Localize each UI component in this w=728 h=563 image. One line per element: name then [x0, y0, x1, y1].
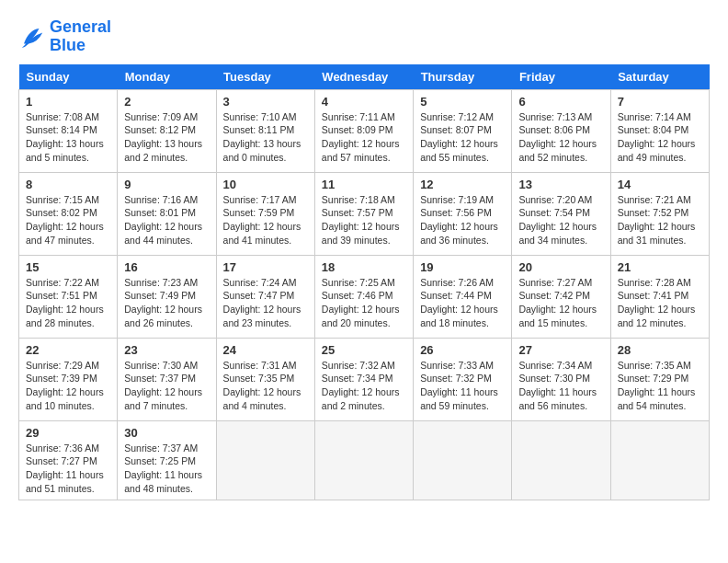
- calendar-cell: 12Sunrise: 7:19 AM Sunset: 7:56 PM Dayli…: [414, 172, 512, 255]
- day-number: 27: [518, 343, 603, 357]
- day-info: Sunrise: 7:12 AM Sunset: 8:07 PM Dayligh…: [420, 110, 505, 165]
- day-info: Sunrise: 7:10 AM Sunset: 8:11 PM Dayligh…: [223, 110, 308, 165]
- calendar-table: SundayMondayTuesdayWednesdayThursdayFrid…: [18, 64, 710, 501]
- weekday-header-sunday: Sunday: [19, 64, 118, 90]
- day-number: 20: [518, 260, 603, 274]
- calendar-cell: 14Sunrise: 7:21 AM Sunset: 7:52 PM Dayli…: [610, 172, 709, 255]
- calendar-cell: 6Sunrise: 7:13 AM Sunset: 8:06 PM Daylig…: [512, 89, 610, 172]
- day-info: Sunrise: 7:30 AM Sunset: 7:37 PM Dayligh…: [124, 359, 209, 413]
- day-number: 13: [518, 178, 603, 191]
- weekday-header-wednesday: Wednesday: [314, 64, 413, 90]
- day-info: Sunrise: 7:28 AM Sunset: 7:41 PM Dayligh…: [618, 276, 702, 330]
- calendar-week-4: 22Sunrise: 7:29 AM Sunset: 7:39 PM Dayli…: [19, 338, 710, 420]
- page-header: General Blue: [18, 18, 710, 55]
- day-info: Sunrise: 7:16 AM Sunset: 8:01 PM Dayligh…: [124, 193, 209, 247]
- day-info: Sunrise: 7:09 AM Sunset: 8:12 PM Dayligh…: [124, 110, 209, 165]
- day-info: Sunrise: 7:17 AM Sunset: 7:59 PM Dayligh…: [223, 193, 308, 247]
- calendar-cell: 23Sunrise: 7:30 AM Sunset: 7:37 PM Dayli…: [118, 338, 216, 420]
- day-number: 1: [26, 95, 110, 109]
- day-info: Sunrise: 7:33 AM Sunset: 7:32 PM Dayligh…: [420, 359, 505, 413]
- day-number: 30: [124, 426, 209, 440]
- day-number: 14: [618, 178, 702, 191]
- calendar-cell: 13Sunrise: 7:20 AM Sunset: 7:54 PM Dayli…: [512, 172, 610, 255]
- day-info: Sunrise: 7:20 AM Sunset: 7:54 PM Dayligh…: [518, 193, 603, 247]
- day-number: 23: [124, 343, 209, 357]
- day-number: 4: [322, 95, 406, 109]
- day-number: 28: [618, 343, 702, 357]
- day-info: Sunrise: 7:11 AM Sunset: 8:09 PM Dayligh…: [322, 110, 406, 165]
- day-info: Sunrise: 7:35 AM Sunset: 7:29 PM Dayligh…: [618, 359, 702, 413]
- day-info: Sunrise: 7:15 AM Sunset: 8:02 PM Dayligh…: [26, 193, 110, 247]
- day-info: Sunrise: 7:21 AM Sunset: 7:52 PM Dayligh…: [618, 193, 702, 247]
- calendar-cell: 28Sunrise: 7:35 AM Sunset: 7:29 PM Dayli…: [610, 338, 709, 420]
- day-number: 5: [420, 95, 505, 109]
- weekday-header-row: SundayMondayTuesdayWednesdayThursdayFrid…: [19, 64, 710, 90]
- calendar-cell: 2Sunrise: 7:09 AM Sunset: 8:12 PM Daylig…: [118, 89, 216, 172]
- day-info: Sunrise: 7:22 AM Sunset: 7:51 PM Dayligh…: [26, 276, 110, 330]
- calendar-cell: 10Sunrise: 7:17 AM Sunset: 7:59 PM Dayli…: [216, 172, 314, 255]
- calendar-cell: 27Sunrise: 7:34 AM Sunset: 7:30 PM Dayli…: [512, 338, 610, 420]
- calendar-cell: 18Sunrise: 7:25 AM Sunset: 7:46 PM Dayli…: [314, 255, 413, 338]
- day-number: 9: [124, 178, 209, 191]
- day-info: Sunrise: 7:34 AM Sunset: 7:30 PM Dayligh…: [518, 359, 603, 413]
- day-number: 25: [322, 343, 406, 357]
- calendar-week-2: 8Sunrise: 7:15 AM Sunset: 8:02 PM Daylig…: [19, 172, 710, 255]
- day-info: Sunrise: 7:32 AM Sunset: 7:34 PM Dayligh…: [322, 359, 406, 413]
- day-number: 17: [223, 260, 308, 274]
- calendar-cell: [414, 420, 512, 500]
- day-info: Sunrise: 7:27 AM Sunset: 7:42 PM Dayligh…: [518, 276, 603, 330]
- calendar-week-5: 29Sunrise: 7:36 AM Sunset: 7:27 PM Dayli…: [19, 420, 710, 500]
- calendar-cell: 7Sunrise: 7:14 AM Sunset: 8:04 PM Daylig…: [610, 89, 709, 172]
- day-number: 10: [223, 178, 308, 191]
- calendar-week-3: 15Sunrise: 7:22 AM Sunset: 7:51 PM Dayli…: [19, 255, 710, 338]
- calendar-cell: 16Sunrise: 7:23 AM Sunset: 7:49 PM Dayli…: [118, 255, 216, 338]
- day-info: Sunrise: 7:14 AM Sunset: 8:04 PM Dayligh…: [618, 110, 702, 165]
- calendar-cell: [610, 420, 709, 500]
- day-info: Sunrise: 7:26 AM Sunset: 7:44 PM Dayligh…: [420, 276, 505, 330]
- day-number: 11: [322, 178, 406, 191]
- calendar-cell: 26Sunrise: 7:33 AM Sunset: 7:32 PM Dayli…: [414, 338, 512, 420]
- calendar-cell: 15Sunrise: 7:22 AM Sunset: 7:51 PM Dayli…: [19, 255, 118, 338]
- logo-text-blue: Blue: [50, 37, 111, 55]
- day-number: 2: [124, 95, 209, 109]
- day-number: 18: [322, 260, 406, 274]
- day-number: 6: [518, 95, 603, 109]
- calendar-cell: 22Sunrise: 7:29 AM Sunset: 7:39 PM Dayli…: [19, 338, 118, 420]
- day-info: Sunrise: 7:24 AM Sunset: 7:47 PM Dayligh…: [223, 276, 308, 330]
- day-info: Sunrise: 7:13 AM Sunset: 8:06 PM Dayligh…: [518, 110, 603, 165]
- day-info: Sunrise: 7:31 AM Sunset: 7:35 PM Dayligh…: [223, 359, 308, 413]
- calendar-cell: 11Sunrise: 7:18 AM Sunset: 7:57 PM Dayli…: [314, 172, 413, 255]
- day-number: 19: [420, 260, 505, 274]
- calendar-cell: 4Sunrise: 7:11 AM Sunset: 8:09 PM Daylig…: [314, 89, 413, 172]
- weekday-header-tuesday: Tuesday: [216, 64, 314, 90]
- day-number: 12: [420, 178, 505, 191]
- day-number: 3: [223, 95, 308, 109]
- day-info: Sunrise: 7:36 AM Sunset: 7:27 PM Dayligh…: [26, 442, 110, 496]
- day-info: Sunrise: 7:23 AM Sunset: 7:49 PM Dayligh…: [124, 276, 209, 330]
- calendar-cell: 1Sunrise: 7:08 AM Sunset: 8:14 PM Daylig…: [19, 89, 118, 172]
- calendar-cell: 8Sunrise: 7:15 AM Sunset: 8:02 PM Daylig…: [19, 172, 118, 255]
- calendar-cell: [216, 420, 314, 500]
- weekday-header-saturday: Saturday: [610, 64, 709, 90]
- day-number: 16: [124, 260, 209, 274]
- day-number: 8: [26, 178, 110, 191]
- calendar-cell: 21Sunrise: 7:28 AM Sunset: 7:41 PM Dayli…: [610, 255, 709, 338]
- day-number: 22: [26, 343, 110, 357]
- calendar-cell: 20Sunrise: 7:27 AM Sunset: 7:42 PM Dayli…: [512, 255, 610, 338]
- calendar-cell: 9Sunrise: 7:16 AM Sunset: 8:01 PM Daylig…: [118, 172, 216, 255]
- weekday-header-friday: Friday: [512, 64, 610, 90]
- calendar-cell: [512, 420, 610, 500]
- calendar-cell: 19Sunrise: 7:26 AM Sunset: 7:44 PM Dayli…: [414, 255, 512, 338]
- day-info: Sunrise: 7:18 AM Sunset: 7:57 PM Dayligh…: [322, 193, 406, 247]
- day-number: 29: [26, 426, 110, 440]
- calendar-cell: 17Sunrise: 7:24 AM Sunset: 7:47 PM Dayli…: [216, 255, 314, 338]
- logo-text-general: General: [50, 18, 111, 37]
- day-info: Sunrise: 7:08 AM Sunset: 8:14 PM Dayligh…: [26, 110, 110, 165]
- day-number: 26: [420, 343, 505, 357]
- day-number: 7: [618, 95, 702, 109]
- calendar-cell: [314, 420, 413, 500]
- day-number: 21: [618, 260, 702, 274]
- day-info: Sunrise: 7:29 AM Sunset: 7:39 PM Dayligh…: [26, 359, 110, 413]
- day-number: 24: [223, 343, 308, 357]
- day-info: Sunrise: 7:25 AM Sunset: 7:46 PM Dayligh…: [322, 276, 406, 330]
